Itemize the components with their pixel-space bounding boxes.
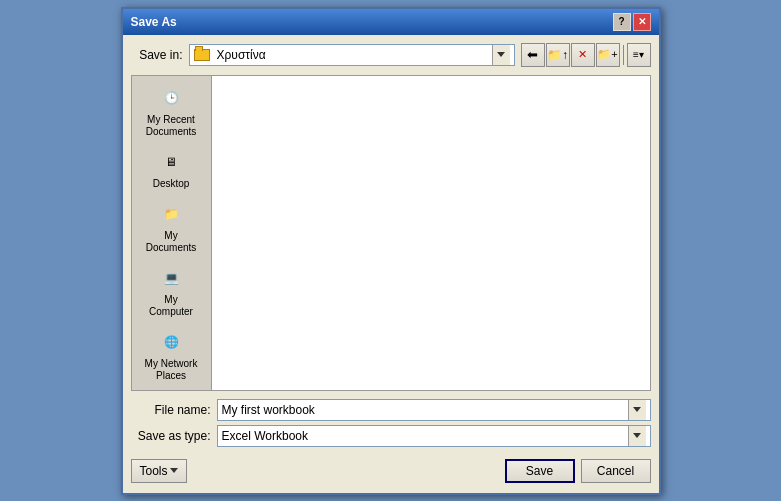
views-button[interactable]: ≡▾ [627,43,651,67]
tools-label: Tools [140,464,168,478]
sidebar-item-mydocs[interactable]: 📁 MyDocuments [132,196,211,258]
tools-button[interactable]: Tools [131,459,187,483]
toolbar-buttons: ⬅ 📁↑ ✕ 📁+ ≡▾ [521,43,651,67]
filename-value: My first workbook [222,403,628,417]
left-panel: 🕒 My RecentDocuments 🖥 Desktop 📁 MyDocum… [131,75,211,391]
network-icon: 🌐 [157,328,185,356]
current-folder-text: Χρυστίνα [217,48,488,62]
mycomp-label: MyComputer [149,294,193,318]
filename-label: File name: [131,403,211,417]
recent-label: My RecentDocuments [146,114,197,138]
combo-dropdown-arrow[interactable] [492,45,510,65]
toolbar-separator [623,45,624,65]
filetype-row: Save as type: Excel Workbook [131,425,651,447]
main-file-panel [211,75,651,391]
content-area: 🕒 My RecentDocuments 🖥 Desktop 📁 MyDocum… [131,75,651,391]
arrow-down-icon [497,52,505,57]
bottom-fields: File name: My first workbook Save as typ… [131,399,651,447]
delete-button[interactable]: ✕ [571,43,595,67]
save-in-label: Save in: [131,48,183,62]
filetype-combo[interactable]: Excel Workbook [217,425,651,447]
mycomp-icon: 💻 [157,264,185,292]
desktop-icon: 🖥 [157,148,185,176]
save-as-dialog: Save As ? ✕ Save in: Χρυστίνα ⬅ 📁↑ ✕ 📁+ [121,7,661,495]
dialog-body: Save in: Χρυστίνα ⬅ 📁↑ ✕ 📁+ ≡▾ [123,35,659,493]
title-controls: ? ✕ [613,13,651,31]
back-button[interactable]: ⬅ [521,43,545,67]
save-in-row: Save in: Χρυστίνα ⬅ 📁↑ ✕ 📁+ ≡▾ [131,43,651,67]
title-bar: Save As ? ✕ [123,9,659,35]
save-in-combo[interactable]: Χρυστίνα [189,44,515,66]
filename-combo[interactable]: My first workbook [217,399,651,421]
sidebar-item-desktop[interactable]: 🖥 Desktop [132,144,211,194]
filetype-arrow-icon [633,433,641,438]
sidebar-item-mycomputer[interactable]: 💻 MyComputer [132,260,211,322]
filename-arrow-icon [633,407,641,412]
tools-arrow-icon [170,468,178,473]
filetype-dropdown-arrow[interactable] [628,426,646,446]
mydocs-label: MyDocuments [146,230,197,254]
cancel-button[interactable]: Cancel [581,459,651,483]
sidebar-item-recent[interactable]: 🕒 My RecentDocuments [132,80,211,142]
mydocs-icon: 📁 [157,200,185,228]
folder-icon [194,49,210,61]
close-button[interactable]: ✕ [633,13,651,31]
filetype-label: Save as type: [131,429,211,443]
footer-right: Save Cancel [505,459,651,483]
recent-icon: 🕒 [157,84,185,112]
dialog-footer: Tools Save Cancel [131,455,651,485]
up-folder-button[interactable]: 📁↑ [546,43,570,67]
dialog-title: Save As [131,15,177,29]
desktop-label: Desktop [153,178,190,190]
new-folder-button[interactable]: 📁+ [596,43,620,67]
filetype-value: Excel Workbook [222,429,628,443]
sidebar-item-network[interactable]: 🌐 My NetworkPlaces [132,324,211,386]
filename-row: File name: My first workbook [131,399,651,421]
network-label: My NetworkPlaces [145,358,198,382]
save-button[interactable]: Save [505,459,575,483]
help-button[interactable]: ? [613,13,631,31]
filename-dropdown-arrow[interactable] [628,400,646,420]
